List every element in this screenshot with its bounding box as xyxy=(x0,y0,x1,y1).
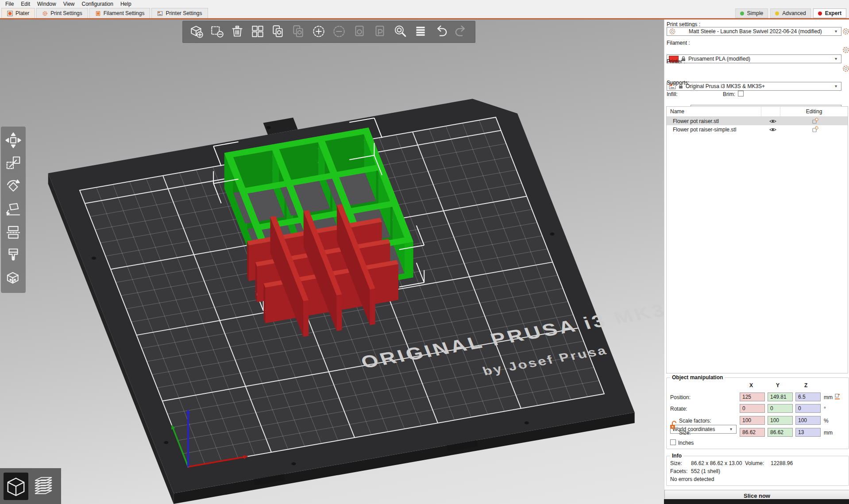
editing-column-header: Editing xyxy=(780,108,848,115)
copy-button[interactable] xyxy=(268,22,288,42)
split-to-parts-button xyxy=(370,22,390,42)
preview-layers-button[interactable] xyxy=(31,473,56,500)
uniform-scale-lock-icon[interactable] xyxy=(669,420,677,431)
printer-value: Original Prusa i3 MK3S & MK3S+ xyxy=(686,83,839,89)
position-y-field[interactable]: 149.81 xyxy=(768,392,793,401)
printer-edit-gear-icon[interactable] xyxy=(842,65,849,72)
size-y-field[interactable]: 86.62 xyxy=(768,428,793,437)
mode-label: Advanced xyxy=(782,10,806,16)
edit-object-icon[interactable] xyxy=(812,118,818,124)
arrange-button[interactable] xyxy=(247,22,268,42)
scale-unit: % xyxy=(824,418,829,424)
scale-x-field[interactable]: 100 xyxy=(740,416,765,425)
filament-combo[interactable]: Prusament PLA (modified) ▾ xyxy=(667,54,841,63)
size-x-field[interactable]: 86.62 xyxy=(740,428,765,437)
info-facets-label: Facets: xyxy=(670,468,687,474)
menu-view[interactable]: View xyxy=(60,1,78,7)
seam-painting-button[interactable] xyxy=(3,267,24,290)
move-button[interactable] xyxy=(3,129,24,152)
object-row-flower-pot-raiser[interactable]: Flower pot raiser.stl xyxy=(667,117,848,125)
edit-object-icon[interactable] xyxy=(812,126,818,133)
eye-icon[interactable] xyxy=(769,127,776,132)
menu-edit[interactable]: Edit xyxy=(17,1,34,7)
tab-label: Filament Settings xyxy=(104,10,145,16)
undo-icon xyxy=(433,24,448,40)
scale-y-field[interactable]: 100 xyxy=(768,416,793,425)
infill-label: Infill: xyxy=(667,91,678,97)
info-facets-value: 552 (1 shell) xyxy=(691,468,720,474)
menu-file[interactable]: File xyxy=(2,1,17,7)
eye-icon[interactable] xyxy=(769,119,776,124)
paint-on-supports-button[interactable] xyxy=(3,244,24,267)
filament-edit-gear-icon[interactable] xyxy=(842,46,849,54)
layers-icon xyxy=(32,474,55,499)
add-instance-button[interactable] xyxy=(309,22,329,42)
rotate-y-field[interactable]: 0 xyxy=(768,404,793,413)
tab-print-settings[interactable]: Print Settings xyxy=(36,8,88,18)
menu-help[interactable]: Help xyxy=(117,1,135,7)
axis-z-header: Z xyxy=(804,382,807,389)
size-label: Size: xyxy=(679,430,691,436)
left-toolbar xyxy=(1,127,26,293)
printer-label: Printer : xyxy=(667,58,685,65)
size-z-field[interactable]: 13 xyxy=(795,428,821,437)
place-on-face-button[interactable] xyxy=(3,198,24,221)
brim-label: Brim: xyxy=(723,91,735,97)
view-switch-bar xyxy=(0,468,61,504)
paste-button xyxy=(288,22,309,42)
name-column-header[interactable]: Name xyxy=(667,107,761,116)
position-z-field[interactable]: 6.5 xyxy=(795,392,821,401)
print-settings-edit-gear-icon[interactable] xyxy=(842,28,849,35)
print-settings-label: Print settings : xyxy=(667,21,700,27)
variable-layer-height-button[interactable] xyxy=(410,22,431,42)
3d-viewport[interactable]: ORIGINAL PRUSA i3 MK3by Josef Prusa xyxy=(0,19,664,504)
delete-all-button[interactable] xyxy=(227,22,247,42)
cut-button[interactable] xyxy=(3,221,24,244)
advanced-dot-icon xyxy=(775,12,779,15)
rotate-z-field[interactable]: 0 xyxy=(795,404,821,413)
position-unit: mm xyxy=(824,394,833,400)
menubar: File Edit Window View Configuration Help xyxy=(0,0,849,8)
print-settings-combo[interactable]: Matt Steele - Launch Base Swivel 2022-06… xyxy=(667,27,841,36)
object-manipulation-group: Object manipulation xyxy=(666,377,849,449)
menu-window[interactable]: Window xyxy=(34,1,60,7)
redo-button xyxy=(451,22,471,42)
object-list: Name Editing Flower pot raiser.stl Flowe… xyxy=(666,106,848,373)
supports-label: Supports: xyxy=(667,80,689,86)
object-name: Flower pot raiser-simple.stl xyxy=(667,127,764,133)
sidebar: Print settings : Matt Steele - Launch Ba… xyxy=(664,19,849,501)
tab-printer-settings[interactable]: Printer Settings xyxy=(151,8,208,18)
delete-button[interactable] xyxy=(207,22,227,42)
rotate-x-field[interactable]: 0 xyxy=(740,404,765,413)
scale-button[interactable] xyxy=(3,152,24,175)
drop-to-bed-icon[interactable] xyxy=(834,393,841,400)
scale-z-field[interactable]: 100 xyxy=(795,416,821,425)
inches-checkbox[interactable] xyxy=(670,439,676,445)
menu-configuration[interactable]: Configuration xyxy=(78,1,117,7)
info-size-label: Size: xyxy=(670,460,682,466)
split-to-objects-button xyxy=(349,22,370,42)
split-to-parts-icon xyxy=(372,24,387,40)
position-x-field[interactable]: 125 xyxy=(740,392,765,401)
mode-expert[interactable]: Expert xyxy=(813,8,846,18)
rotate-button[interactable] xyxy=(3,175,24,198)
undo-button[interactable] xyxy=(431,22,451,42)
axis-x-header: X xyxy=(749,382,753,389)
paste-icon xyxy=(291,24,306,40)
mode-label: Simple xyxy=(747,10,764,16)
chevron-down-icon: ▾ xyxy=(835,57,839,61)
brim-checkbox[interactable] xyxy=(738,91,744,96)
search-button[interactable] xyxy=(390,22,410,42)
tab-plater[interactable]: Plater xyxy=(1,8,35,18)
mode-switcher: Simple Advanced Expert xyxy=(735,8,849,18)
move-icon xyxy=(5,132,22,150)
object-row-flower-pot-raiser-simple[interactable]: Flower pot raiser-simple.stl xyxy=(667,125,848,134)
add-button[interactable] xyxy=(186,22,207,42)
position-label: Position: xyxy=(670,394,691,400)
3d-editor-view-button[interactable] xyxy=(4,473,28,500)
mode-advanced[interactable]: Advanced xyxy=(770,8,810,18)
printer-combo[interactable]: Original Prusa i3 MK3S & MK3S+ ▾ xyxy=(667,82,841,91)
tab-filament-settings[interactable]: Filament Settings xyxy=(89,8,151,18)
mode-simple[interactable]: Simple xyxy=(735,8,768,18)
simple-dot-icon xyxy=(740,12,744,15)
